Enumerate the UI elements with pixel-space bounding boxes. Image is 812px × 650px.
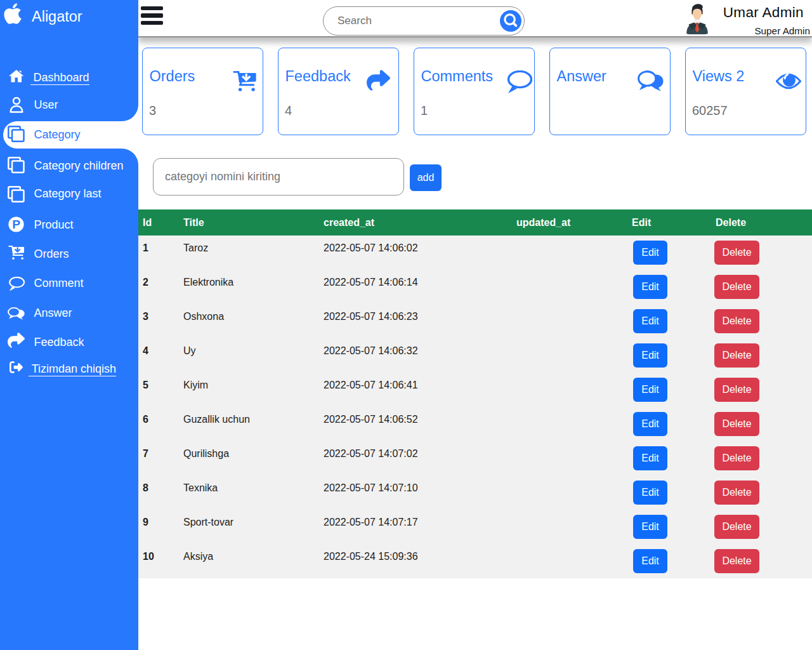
- svg-text:P: P: [12, 218, 20, 232]
